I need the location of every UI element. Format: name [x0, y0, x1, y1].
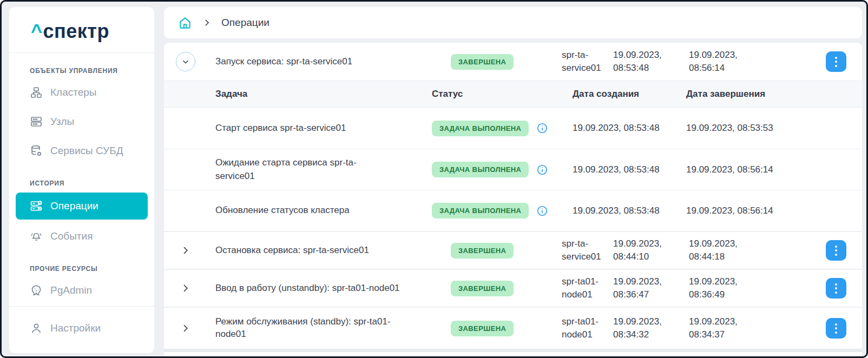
events-icon [30, 230, 43, 243]
sidebar-item-label: Узлы [50, 116, 74, 128]
operation-created: 19.09.2023, 08:53:48 [613, 49, 678, 75]
nodes-icon [30, 115, 43, 128]
operation-row[interactable]: Ввод в работу (unstandby): spr-ta01-node… [164, 269, 862, 307]
task-name: Ожидание старта сервиса spr-ta-service01 [215, 156, 394, 183]
status-badge: ЗАВЕРШЕНА [451, 321, 514, 336]
kebab-icon [835, 323, 837, 326]
task-row: Старт сервиса spr-ta-service01 ЗАДАЧА ВЫ… [164, 108, 862, 149]
operation-block: Запуск сервиса: spr-ta-service01 ЗАВЕРШЕ… [164, 43, 862, 231]
clusters-icon [30, 86, 43, 99]
operation-row[interactable]: Остановка сервиса: spr-ta-service01 ЗАВЕ… [164, 231, 862, 269]
sidebar-item-settings[interactable]: Настройки [9, 307, 154, 353]
operation-created: 19.09.2023, 08:44:10 [613, 237, 678, 263]
sidebar-item-label: Сервисы СУБД [50, 145, 123, 157]
row-actions-button[interactable] [826, 318, 846, 339]
status-badge: ЗАВЕРШЕНА [451, 243, 514, 258]
info-icon[interactable] [536, 205, 548, 217]
operation-created: 19.09.2023, 08:34:32 [613, 315, 678, 341]
operation-finished: 19.09.2023, 08:36:49 [689, 275, 754, 301]
operation-object: spr-ta-service01 [562, 49, 610, 75]
expand-row-button[interactable] [180, 323, 215, 334]
user-icon [30, 322, 43, 335]
operation-title: Режим обслуживания (standby): spr-ta01-n… [215, 316, 421, 341]
task-created: 19.09.2023, 08:53:48 [573, 123, 686, 134]
operation-title: Остановка сервиса: spr-ta-service01 [215, 244, 421, 257]
sidebar-item-label: Кластеры [50, 87, 97, 98]
operation-finished: 19.09.2023, 08:56:14 [689, 49, 754, 75]
next-row-partial [164, 352, 862, 358]
task-name: Обновление статусов кластера [215, 204, 394, 217]
column-header-created: Дата создания [573, 89, 686, 100]
column-header-finished: Дата завершения [686, 89, 862, 100]
sidebar-section-objects: ОБЪЕКТЫ УПРАВЛЕНИЯ [9, 53, 154, 78]
chevron-right-icon [202, 18, 212, 28]
task-finished: 19.09.2023, 08:53:53 [686, 123, 862, 134]
sidebar-item-operations[interactable]: Операции [16, 193, 148, 220]
column-header-status: Статус [432, 89, 573, 100]
sidebar-item-label: Операции [50, 200, 98, 212]
db-services-icon [30, 144, 43, 157]
row-actions-button[interactable] [826, 51, 846, 72]
sidebar-item-db-services[interactable]: Сервисы СУБД [9, 136, 154, 165]
expand-row-button[interactable] [180, 283, 215, 294]
task-row: Обновление статусов кластера ЗАДАЧА ВЫПО… [164, 190, 862, 231]
home-icon[interactable] [178, 16, 192, 30]
task-created: 19.09.2023, 08:53:48 [573, 164, 686, 175]
task-status-badge: ЗАДАЧА ВЫПОЛНЕНА [432, 162, 529, 177]
operation-object: spr-ta-service01 [562, 237, 610, 263]
main-content: Операции Запуск сервиса: spr-ta-service0… [164, 7, 862, 358]
kebab-icon [835, 57, 837, 59]
operation-finished: 19.09.2023, 08:44:18 [689, 237, 754, 263]
status-badge: ЗАВЕРШЕНА [451, 54, 514, 70]
task-row: Ожидание старта сервиса spr-ta-service01… [164, 149, 862, 190]
operation-title: Ввод в работу (unstandby): spr-ta01-node… [215, 282, 421, 295]
operation-created: 19.09.2023, 08:36:47 [613, 275, 678, 301]
task-finished: 19.09.2023, 08:56:14 [686, 205, 862, 216]
breadcrumb: Операции [164, 7, 862, 38]
breadcrumb-current-page: Операции [221, 17, 269, 29]
app-window: ^спектр ОБЪЕКТЫ УПРАВЛЕНИЯ Кластеры [0, 0, 868, 358]
sidebar-item-label: События [50, 230, 93, 242]
operation-title: Запуск сервиса: spr-ta-service01 [215, 56, 421, 68]
task-finished: 19.09.2023, 08:56:14 [686, 164, 862, 175]
sidebar-item-nodes[interactable]: Узлы [9, 107, 154, 136]
brand-logo[interactable]: ^спектр [9, 7, 154, 52]
column-header-task: Задача [215, 89, 432, 100]
expand-row-button[interactable] [180, 245, 215, 256]
task-name: Старт сервиса spr-ta-service01 [215, 122, 394, 135]
task-status-badge: ЗАДАЧА ВЫПОЛНЕНА [432, 121, 529, 136]
sidebar: ^спектр ОБЪЕКТЫ УПРАВЛЕНИЯ Кластеры [9, 7, 154, 353]
sidebar-section-history: ИСТОРИЯ [9, 165, 154, 190]
sidebar-item-label: Настройки [50, 322, 101, 334]
operations-icon [30, 200, 43, 213]
sidebar-item-label: PgAdmin [50, 284, 92, 296]
kebab-icon [835, 246, 837, 248]
operation-object: spr-ta01-node01 [562, 315, 610, 341]
chevron-down-icon [181, 57, 190, 67]
pgadmin-icon [30, 284, 43, 297]
operation-row[interactable]: Режим обслуживания (standby): spr-ta01-n… [164, 307, 862, 349]
task-created: 19.09.2023, 08:53:48 [573, 205, 686, 216]
sidebar-item-clusters[interactable]: Кластеры [9, 78, 154, 107]
operation-row[interactable]: Запуск сервиса: spr-ta-service01 ЗАВЕРШЕ… [164, 43, 862, 81]
info-icon[interactable] [536, 164, 548, 176]
sidebar-item-events[interactable]: События [9, 222, 154, 251]
sidebar-item-pgadmin[interactable]: PgAdmin [9, 276, 154, 305]
operation-finished: 19.09.2023, 08:34:37 [689, 315, 754, 341]
kebab-icon [835, 283, 837, 286]
tasks-table-header: Задача Статус Дата создания Дата заверше… [164, 81, 862, 108]
info-icon[interactable] [536, 122, 548, 134]
row-actions-button[interactable] [826, 240, 846, 261]
brand-name: спектр [43, 20, 109, 42]
operation-object: spr-ta01-node01 [562, 275, 610, 301]
status-badge: ЗАВЕРШЕНА [451, 281, 514, 296]
row-actions-button[interactable] [826, 278, 846, 299]
task-status-badge: ЗАДАЧА ВЫПОЛНЕНА [432, 203, 529, 218]
sidebar-section-other: ПРОЧИЕ РЕСУРСЫ [9, 251, 154, 276]
brand-caret: ^ [31, 20, 43, 42]
collapse-row-button[interactable] [176, 52, 195, 71]
operations-table: Запуск сервиса: spr-ta-service01 ЗАВЕРШЕ… [164, 43, 862, 358]
